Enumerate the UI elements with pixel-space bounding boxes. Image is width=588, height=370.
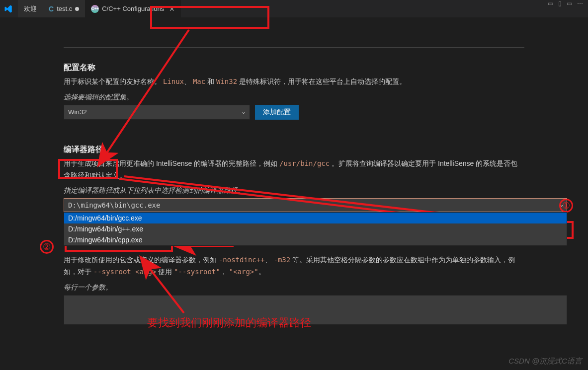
config-set-select[interactable]: Win32 <box>64 105 250 120</box>
compiler-args-desc: 用于修改所使用的包含或定义的编译器参数，例如 -nostdinc++、 -m32… <box>64 254 524 278</box>
compiler-path-dropdown: D:/mingw64/bin/gcc.exe D:/mingw64/bin/g+… <box>64 212 567 246</box>
more-icon[interactable]: ⋯ <box>577 0 583 7</box>
vscode-icon <box>4 4 13 13</box>
layout-icon[interactable]: ▭ <box>567 0 572 7</box>
config-name-desc: 用于标识某个配置的友好名称。 Linux、 Mac 和 Win32 是特殊标识符… <box>64 76 524 88</box>
layout-icon[interactable]: ▯ <box>558 0 562 7</box>
tab-bar: 欢迎 C test.c C++ C/C++ Configurations ✕ ▭… <box>0 0 588 17</box>
compiler-path-input[interactable] <box>64 198 567 212</box>
dirty-indicator <box>75 7 79 11</box>
dropdown-option[interactable]: D:/mingw64/bin/cpp.exe <box>64 234 567 245</box>
tab-label: test.c <box>57 5 72 12</box>
layout-icon[interactable]: ▭ <box>548 0 553 7</box>
title-actions: ▭ ▯ ▭ ⋯ <box>548 0 583 7</box>
chevron-down-icon[interactable]: ⌄ <box>559 201 564 208</box>
compiler-args-hint: 每行一个参数。 <box>64 283 524 292</box>
compiler-path-heading: 编译器路径 <box>64 145 524 155</box>
add-config-button[interactable]: 添加配置 <box>255 105 299 120</box>
tab-testc[interactable]: C test.c <box>43 0 85 17</box>
dropdown-option[interactable]: D:/mingw64/bin/g++.exe <box>64 223 567 234</box>
tab-cpp-config[interactable]: C++ C/C++ Configurations ✕ <box>85 0 181 17</box>
dropdown-option[interactable]: D:/mingw64/bin/gcc.exe <box>64 213 567 223</box>
c-file-icon: C <box>49 5 54 13</box>
close-icon[interactable]: ✕ <box>169 5 175 13</box>
tab-welcome[interactable]: 欢迎 <box>18 0 43 17</box>
divider <box>64 47 524 48</box>
compiler-path-hint: 指定编译器路径或从下拉列表中选择检测到的编译器路径。 <box>64 186 524 195</box>
config-name-hint: 选择要编辑的配置集。 <box>64 93 524 102</box>
compiler-path-combo: ⌄ D:/mingw64/bin/gcc.exe D:/mingw64/bin/… <box>64 198 567 212</box>
tab-label: C/C++ Configurations <box>102 5 164 12</box>
config-name-heading: 配置名称 <box>64 63 524 73</box>
tab-label: 欢迎 <box>24 4 37 13</box>
compiler-path-desc: 用于生成项目来启用更准确的 IntelliSense 的编译器的完整路径，例如 … <box>64 158 524 182</box>
watermark: CSDN @沉浸式C语言 <box>508 357 582 366</box>
compiler-args-input[interactable] <box>64 295 567 325</box>
config-content: 配置名称 用于标识某个配置的友好名称。 Linux、 Mac 和 Win32 是… <box>0 17 588 335</box>
cpp-config-icon: C++ <box>91 5 99 13</box>
